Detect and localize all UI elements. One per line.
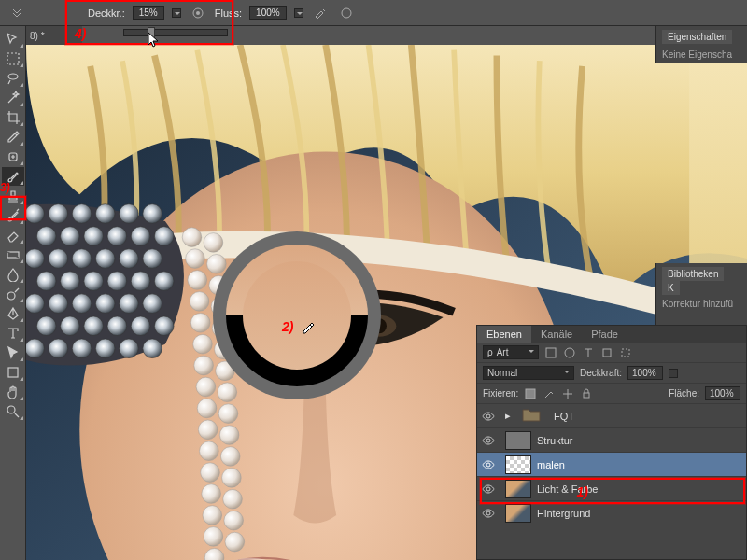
expand-group-icon[interactable]: ▸ [505,410,516,422]
annotation-box-3 [0,196,26,220]
visibility-toggle[interactable] [477,410,500,423]
marquee-tool[interactable] [2,49,24,68]
layer-opacity-label: Deckkraft: [580,368,622,378]
fill-value[interactable]: 100% [705,386,740,400]
svg-point-32 [36,272,56,291]
svg-point-66 [200,441,219,461]
svg-point-17 [95,204,115,224]
adjustments-tab[interactable]: K [662,281,680,295]
layer-opacity-dropdown[interactable] [669,369,678,378]
svg-point-60 [190,313,210,332]
tab-layers[interactable]: Ebenen [477,326,531,343]
svg-point-85 [219,426,239,445]
svg-point-24 [131,227,150,246]
hand-tool[interactable] [2,383,24,401]
gradient-tool[interactable] [2,245,24,264]
svg-point-31 [143,249,162,269]
layer-name[interactable]: malen [537,459,746,470]
filter-shape-icon[interactable] [600,346,613,359]
blur-tool[interactable] [2,265,24,284]
svg-point-16 [72,204,92,224]
lock-pixels-icon[interactable] [543,387,556,400]
layer-name[interactable]: Struktur [537,435,746,446]
brush-hud [213,231,381,399]
mouse-cursor-icon [148,32,161,49]
svg-point-29 [95,249,115,269]
tab-paths[interactable]: Pfade [582,326,627,343]
wand-tool[interactable] [2,89,24,107]
layer-kind-filter[interactable]: ρArt [483,345,539,359]
heal-tool[interactable] [2,147,24,166]
flow-dropdown[interactable] [294,8,303,18]
properties-tab[interactable]: Eigenschaften [662,30,732,44]
expand-icon[interactable] [7,4,26,22]
lasso-tool[interactable] [2,69,24,88]
svg-point-68 [202,484,221,504]
svg-point-42 [120,294,139,314]
svg-point-70 [204,527,223,547]
svg-point-86 [220,447,240,467]
fill-label: Fläche: [669,388,699,399]
svg-rect-95 [622,349,629,357]
tab-channels[interactable]: Kanäle [531,326,582,343]
pen-tool[interactable] [2,304,24,323]
pressure-size-icon[interactable] [337,4,356,22]
svg-point-28 [72,249,92,269]
move-tool[interactable] [2,30,24,49]
flow-value[interactable]: 100% [249,6,287,20]
layers-panel: Ebenen Kanäle Pfade ρArt Normal Deckkraf… [476,325,747,560]
visibility-toggle[interactable] [477,458,500,471]
path-select-tool[interactable] [2,343,24,362]
lock-transparent-icon[interactable] [524,387,537,400]
svg-point-61 [193,334,213,354]
layer-row-malen[interactable]: malen [477,453,746,477]
airbrush-icon[interactable] [311,4,330,22]
svg-point-55 [143,339,162,358]
svg-point-8 [7,406,15,413]
eraser-tool[interactable] [2,226,24,245]
shape-tool[interactable] [2,363,24,382]
zoom-tool[interactable] [2,402,24,421]
dodge-tool[interactable] [2,285,24,303]
filter-pixel-icon[interactable] [544,346,557,359]
svg-point-90 [225,532,245,552]
visibility-toggle[interactable] [477,507,500,520]
filter-smart-icon[interactable] [619,346,632,359]
eyedropper-cursor-icon [301,321,316,336]
layer-name[interactable]: FQT [554,411,746,422]
svg-point-22 [84,227,104,246]
libraries-message: Korrektur hinzufü [662,299,741,309]
svg-point-40 [72,294,92,314]
svg-point-30 [120,249,139,269]
svg-point-53 [95,339,115,358]
svg-point-18 [120,204,139,224]
layer-row-struktur[interactable]: Struktur [477,428,746,453]
svg-rect-97 [584,393,589,398]
svg-rect-96 [526,389,535,399]
filter-type-icon[interactable] [582,346,595,359]
svg-point-25 [154,227,174,246]
filter-adjust-icon[interactable] [563,346,576,359]
annotation-label-4: 4) [75,26,86,41]
svg-point-19 [143,204,162,224]
svg-point-88 [223,489,243,509]
eyedropper-tool[interactable] [2,128,24,147]
crop-tool[interactable] [2,108,24,127]
layer-row-hintergrund[interactable]: Hintergrund [477,501,746,525]
svg-point-21 [61,227,80,246]
layer-name[interactable]: Hintergrund [537,508,746,519]
svg-point-59 [190,292,209,312]
svg-point-54 [120,339,139,358]
lock-position-icon[interactable] [561,387,574,400]
folder-icon [522,407,548,426]
layer-row-fqt[interactable]: ▸ FQT [477,404,746,428]
visibility-toggle[interactable] [477,434,500,447]
blend-mode-select[interactable]: Normal [483,366,574,380]
libraries-tab[interactable]: Bibliotheken [662,267,724,281]
svg-point-34 [84,272,104,291]
lock-all-icon[interactable] [580,387,593,400]
svg-point-20 [36,227,56,246]
svg-point-84 [218,404,238,424]
layer-opacity-value[interactable]: 100% [627,366,663,380]
type-tool[interactable] [2,324,24,343]
